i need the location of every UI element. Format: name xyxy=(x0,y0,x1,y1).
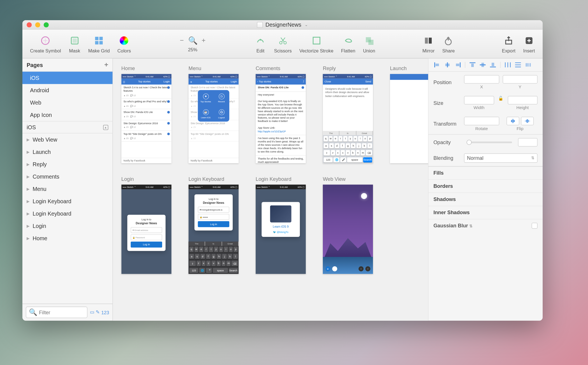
artboard-list[interactable]: Home••••• Sketch ⌃9:41 AM42% ▢☰Top stori… xyxy=(122,65,172,163)
minimize-window-button[interactable] xyxy=(35,22,40,27)
close-window-button[interactable] xyxy=(27,22,32,27)
layer-item[interactable]: ▶Reply xyxy=(22,158,113,170)
artboard-content[interactable]: ••••• Sketch ⌃9:41 AM42% ▢‹ Top stories⤴… xyxy=(256,74,306,163)
lock-icon[interactable]: 🔓 xyxy=(497,96,504,110)
opacity-input[interactable] xyxy=(518,138,538,146)
artboard-reply[interactable]: Reply••••• Sketch ⌃9:41 AM42% ▢CloseSend… xyxy=(323,65,373,163)
app-window: DesignerNews ⌄ Create Symbol Mask Make G… xyxy=(22,20,543,321)
svg-rect-4 xyxy=(99,36,103,40)
mirror-button[interactable]: Mirror xyxy=(423,34,435,53)
svg-rect-27 xyxy=(481,63,484,67)
artboard-content[interactable] xyxy=(390,74,428,163)
layer-item[interactable]: ▶Login xyxy=(22,220,113,232)
section-header-ios[interactable]: iOS ▴ xyxy=(22,121,113,133)
layer-item[interactable]: ▶Menu xyxy=(22,183,113,195)
opacity-row: Opacity xyxy=(428,135,543,150)
align-right-button[interactable] xyxy=(454,62,461,68)
layer-item[interactable]: ▶Login Keyboard xyxy=(22,195,113,207)
align-top-button[interactable] xyxy=(469,62,476,68)
artboard-content[interactable]: ••••• Sketch ⌃9:41 AM42% ▢CloseSendDesig… xyxy=(323,74,373,163)
zoom-out-button[interactable]: − xyxy=(178,36,185,44)
sidebar-footer: 🔍 ▭ ✎ 123 xyxy=(22,304,113,321)
filter-input[interactable]: 🔍 xyxy=(26,307,87,318)
canvas[interactable]: Home••••• Sketch ⌃9:41 AM42% ▢☰Top stori… xyxy=(113,59,428,321)
zoom-level[interactable]: 25% xyxy=(188,47,197,52)
artboard-content[interactable]: ••••• Sketch ⌃9:41 AM42% ▢Log in toDesig… xyxy=(122,184,172,274)
inner-shadows-section[interactable]: Inner Shadows xyxy=(428,206,543,219)
width-input[interactable] xyxy=(464,96,494,104)
flip-v-button[interactable] xyxy=(521,117,534,125)
pages-header: Pages + xyxy=(22,59,113,72)
artboard-learn[interactable]: Login Keyboard••••• Sketch ⌃9:41 AM42% ▢… xyxy=(256,176,306,274)
svg-rect-13 xyxy=(425,37,428,43)
artboard-title: Home xyxy=(122,65,172,71)
vectorize-button[interactable]: Vectorize Stroke xyxy=(299,34,333,53)
create-symbol-button[interactable]: Create Symbol xyxy=(30,34,61,53)
layer-item[interactable]: ▶Web View xyxy=(22,133,113,146)
blending-select[interactable]: Normal ⇅ xyxy=(464,153,538,163)
position-x-input[interactable] xyxy=(464,75,499,84)
flatten-button[interactable]: Flatten xyxy=(341,34,355,53)
page-item-appicon[interactable]: App Icon xyxy=(22,109,113,121)
transform-row: Transform Rotate Flip xyxy=(428,113,543,134)
window-title[interactable]: DesignerNews ⌄ xyxy=(257,22,308,28)
search-icon: 🔍 xyxy=(29,308,37,317)
layer-item[interactable]: ▶Home xyxy=(22,232,113,244)
layer-item[interactable]: ▶Launch xyxy=(22,146,113,158)
artboard-login-kb[interactable]: Login Keyboard••••• Sketch ⌃9:41 AM42% ▢… xyxy=(189,176,239,274)
zoom-in-button[interactable]: + xyxy=(200,36,207,44)
edit-button[interactable]: Edit xyxy=(255,34,267,53)
svg-rect-14 xyxy=(429,37,432,43)
union-button[interactable]: Union xyxy=(363,34,375,53)
gaussian-checkbox[interactable] xyxy=(532,223,538,229)
mask-button[interactable]: Mask xyxy=(69,34,81,53)
distribute-v-button[interactable] xyxy=(514,62,522,68)
fills-section[interactable]: Fills xyxy=(428,166,543,179)
align-bottom-button[interactable] xyxy=(489,62,497,68)
artboard-menu[interactable]: Menu••••• Sketch ⌃9:41 AM42% ▢✕Top stori… xyxy=(189,65,239,163)
page-item-android[interactable]: Android xyxy=(22,84,113,96)
align-left-button[interactable] xyxy=(433,62,441,68)
distribute-space-button[interactable] xyxy=(524,62,532,68)
page-item-web[interactable]: Web xyxy=(22,96,113,109)
shadows-section[interactable]: Shadows xyxy=(428,193,543,206)
artboard-content[interactable]: ••••• Sketch ⌃9:41 AM42% ▢✕Top storiesLo… xyxy=(189,74,239,163)
collapse-icon[interactable]: ▴ xyxy=(103,125,108,130)
artboard-content[interactable]: ••••• Sketch ⌃9:41 AM42% ▢Log in toDesig… xyxy=(189,184,239,274)
export-button[interactable]: Export xyxy=(502,34,515,53)
artboard-title: Web View xyxy=(323,176,373,182)
scissors-button[interactable]: Scissors xyxy=(274,34,292,53)
export-count-icon[interactable]: ✎ xyxy=(96,309,100,315)
export-icon xyxy=(503,34,515,47)
align-hcenter-button[interactable] xyxy=(444,62,451,68)
make-grid-button[interactable]: Make Grid xyxy=(88,34,110,53)
borders-section[interactable]: Borders xyxy=(428,179,543,193)
zoom-window-button[interactable] xyxy=(44,22,49,27)
layer-item[interactable]: ▶Comments xyxy=(22,170,113,183)
insert-button[interactable]: Insert xyxy=(523,34,535,53)
opacity-slider[interactable] xyxy=(466,142,512,143)
rotate-input[interactable] xyxy=(464,117,499,125)
share-button[interactable]: Share xyxy=(442,34,455,53)
artboard-launch[interactable]: Launch xyxy=(390,65,428,163)
distribute-h-button[interactable] xyxy=(504,62,512,68)
layer-item[interactable]: ▶Login Keyboard xyxy=(22,207,113,220)
artboard-webview[interactable]: Web View✕‹› xyxy=(323,176,373,274)
artboard-content[interactable]: ••••• Sketch ⌃9:41 AM42% ▢☰Top storiesLo… xyxy=(122,74,172,163)
add-page-button[interactable]: + xyxy=(104,61,108,69)
flip-h-button[interactable] xyxy=(507,117,519,125)
height-input[interactable] xyxy=(508,96,538,104)
artboard-comments[interactable]: Comments••••• Sketch ⌃9:41 AM42% ▢‹ Top … xyxy=(256,65,306,163)
svg-rect-12 xyxy=(368,40,373,45)
colors-button[interactable]: Colors xyxy=(117,34,131,53)
page-item-ios[interactable]: iOS xyxy=(22,72,113,84)
align-vcenter-button[interactable] xyxy=(479,62,486,68)
artboard-content[interactable]: ✕‹› xyxy=(323,184,373,274)
artboard-login[interactable]: Login••••• Sketch ⌃9:41 AM42% ▢Log in to… xyxy=(122,176,172,274)
artboard-title: Login Keyboard xyxy=(256,176,306,182)
slice-icon[interactable]: ▭ xyxy=(90,309,94,315)
disclosure-icon: ▶ xyxy=(27,236,30,240)
svg-rect-36 xyxy=(526,63,527,66)
position-y-input[interactable] xyxy=(503,75,538,84)
artboard-content[interactable]: ••••• Sketch ⌃9:41 AM42% ▢Learn iOS 9🐦 @… xyxy=(256,184,306,274)
